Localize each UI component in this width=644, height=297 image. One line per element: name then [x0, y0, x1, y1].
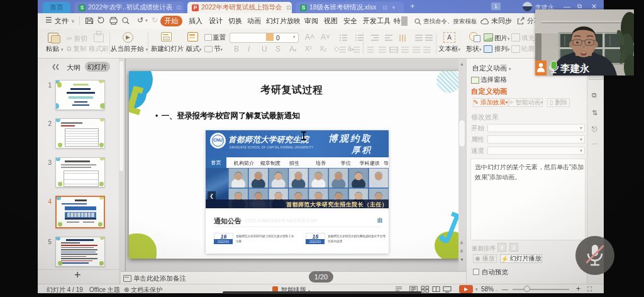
svg-text:李建永: 李建永: [560, 63, 590, 74]
